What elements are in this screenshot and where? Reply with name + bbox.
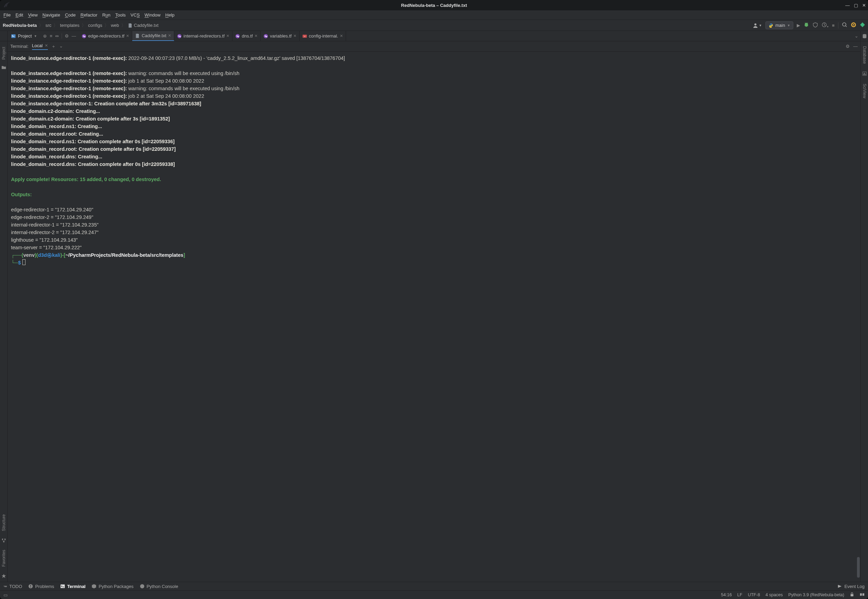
tab-terminal-label: Terminal <box>67 584 86 589</box>
menu-window[interactable]: Window <box>144 12 161 18</box>
status-indent[interactable]: 4 spaces <box>766 593 782 597</box>
ide-features-icon[interactable] <box>860 22 865 29</box>
project-tool-header[interactable]: Project ▼ <box>8 33 40 39</box>
crumb-configs[interactable]: configs <box>88 23 102 28</box>
warning-icon <box>28 584 33 588</box>
tab-terminal[interactable]: Terminal <box>60 584 86 589</box>
close-icon[interactable]: ✕ <box>168 33 171 38</box>
close-icon[interactable]: ✕ <box>340 34 343 38</box>
terminal-line: lighthouse = "172.104.29.143" <box>11 236 857 244</box>
editor-tab[interactable]: Caddyfile.txt✕ <box>132 31 174 41</box>
status-encoding[interactable]: UTF-8 <box>748 593 760 597</box>
menu-vcs[interactable]: VCS <box>131 12 140 18</box>
run-button[interactable]: ▶ <box>797 23 800 28</box>
terminal-tab-local[interactable]: Local ✕ <box>32 43 48 50</box>
terminal-line: linode_domain.c2-domain: Creating... <box>11 107 857 115</box>
menu-run[interactable]: Run <box>102 12 111 18</box>
terminal-line: linode_instance.edge-redirector-1 (remot… <box>11 77 857 85</box>
editor-tab[interactable]: Yconfig-internal.✕ <box>299 31 346 41</box>
star-icon[interactable] <box>2 573 6 578</box>
crumb-file[interactable]: Caddyfile.txt <box>128 23 159 28</box>
database-icon[interactable] <box>862 34 867 39</box>
new-terminal-icon[interactable]: ＋ <box>51 44 56 50</box>
editor-tab[interactable]: dns.tf✕ <box>232 31 261 41</box>
terminal-dropdown-icon[interactable]: ⌄ <box>59 44 63 50</box>
hide-tool-icon[interactable]: — <box>853 44 857 49</box>
editor-tab[interactable]: internal-redirectors.tf✕ <box>174 31 232 41</box>
status-left-icon[interactable]: ▭ <box>3 593 8 597</box>
status-interpreter[interactable]: Python 3.9 (RedNebula-beta) <box>788 593 844 597</box>
search-everywhere-button[interactable] <box>842 22 847 29</box>
lock-icon[interactable] <box>850 592 854 597</box>
tab-todo[interactable]: ≔TODO <box>3 584 22 589</box>
expand-all-icon[interactable]: ≡ <box>50 33 52 39</box>
close-icon[interactable]: ✕ <box>45 44 48 48</box>
status-right-icon[interactable] <box>860 592 865 598</box>
profile-button[interactable]: ▾ <box>821 22 828 29</box>
terminal-line: linode_instance.edge-redirector-1 (remot… <box>11 85 857 92</box>
menu-refactor[interactable]: Refactor <box>81 12 98 18</box>
close-icon[interactable]: ✕ <box>254 34 257 38</box>
project-tool-label: Project <box>18 33 32 39</box>
menu-help[interactable]: Help <box>165 12 175 18</box>
status-line-sep[interactable]: LF <box>737 593 742 597</box>
crumb-web[interactable]: web <box>111 23 119 28</box>
scrollbar-thumb[interactable] <box>857 557 860 578</box>
gear-icon[interactable]: ⚙ <box>65 33 69 39</box>
sciview-icon[interactable] <box>862 71 867 76</box>
svg-point-0 <box>754 23 757 26</box>
crumb-src[interactable]: src <box>45 23 51 28</box>
debug-button[interactable] <box>803 22 809 29</box>
favorites-tool-tab[interactable]: Favorites <box>2 548 6 569</box>
svg-rect-26 <box>862 593 864 596</box>
editor-tab[interactable]: edge-redirectors.tf✕ <box>79 31 132 41</box>
sync-icon[interactable] <box>851 22 856 29</box>
project-tool-tab[interactable]: Project <box>2 45 6 62</box>
tab-python-packages[interactable]: Python Packages <box>92 584 133 589</box>
user-menu-button[interactable]: ▼ <box>753 23 762 28</box>
menu-code[interactable]: Code <box>65 12 76 18</box>
terminal-line: linode_domain_record.root: Creation comp… <box>11 145 857 153</box>
svg-point-23 <box>140 584 144 588</box>
terminal-prompt[interactable]: └─$ <box>11 259 857 266</box>
hide-tool-icon[interactable]: — <box>72 33 76 39</box>
run-config-selector[interactable]: main ▼ <box>766 21 793 29</box>
structure-tool-tab[interactable]: Structure <box>2 512 6 533</box>
tab-problems[interactable]: Problems <box>28 584 54 589</box>
stop-button[interactable]: ■ <box>832 23 835 28</box>
tab-python-console[interactable]: Python Console <box>140 584 178 589</box>
collapse-all-icon[interactable]: ⇔ <box>55 33 59 39</box>
status-bar: ▭ 54:16 LF UTF-8 4 spaces Python 3.9 (Re… <box>0 591 868 599</box>
tabs-overflow-icon[interactable]: ⌄ <box>853 33 860 39</box>
close-icon[interactable]: ✕ <box>126 34 129 38</box>
close-icon[interactable]: ✕ <box>293 34 296 38</box>
window-minimize-icon[interactable]: — <box>845 3 850 8</box>
gear-icon[interactable]: ⚙ <box>845 44 850 49</box>
terminal-output[interactable]: linode_instance.edge-redirector-1 (remot… <box>8 52 860 582</box>
crumb-templates[interactable]: templates <box>60 23 79 28</box>
close-icon[interactable]: ✕ <box>226 34 229 38</box>
event-log-button[interactable]: Event Log <box>844 584 865 589</box>
folder-icon[interactable] <box>2 65 6 70</box>
editor-tab-label: edge-redirectors.tf <box>88 33 125 39</box>
status-caret-pos[interactable]: 54:16 <box>721 593 732 597</box>
menu-navigate[interactable]: Navigate <box>42 12 60 18</box>
terminal-line: linode_domain.c2-domain: Creation comple… <box>11 115 857 123</box>
terminal-line <box>11 168 857 176</box>
editor-tab[interactable]: variables.tf✕ <box>261 31 299 41</box>
menu-view[interactable]: View <box>28 12 38 18</box>
locate-file-icon[interactable]: ⊕ <box>43 33 47 39</box>
structure-icon[interactable] <box>2 538 6 543</box>
crumb-root[interactable]: RedNebula-beta <box>3 23 37 28</box>
menu-file[interactable]: File <box>3 12 11 18</box>
menu-edit[interactable]: Edit <box>15 12 23 18</box>
terminal-tab-label: Local <box>32 43 43 48</box>
window-close-icon[interactable]: ✕ <box>862 3 866 8</box>
window-maximize-icon[interactable]: ▢ <box>854 3 858 8</box>
chevron-right-icon: 〉 <box>53 23 58 29</box>
menu-tools[interactable]: Tools <box>115 12 126 18</box>
terminal-line: linode_domain_record.dns: Creating... <box>11 153 857 160</box>
coverage-button[interactable] <box>812 22 818 29</box>
database-tool-tab[interactable]: Database <box>862 44 867 66</box>
sciview-tool-tab[interactable]: SciView <box>862 81 867 100</box>
